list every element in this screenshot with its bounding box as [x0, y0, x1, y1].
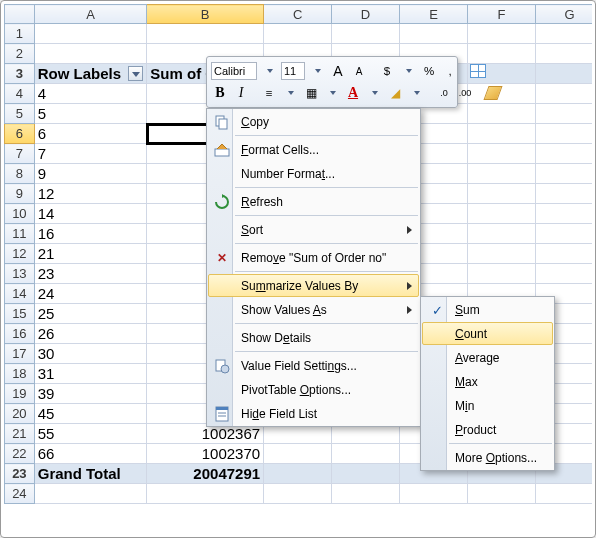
- align-center-icon[interactable]: ≡: [260, 83, 278, 103]
- menu-summarize-values-by[interactable]: Summarize Values By: [208, 274, 419, 297]
- row-header[interactable]: 24: [5, 484, 35, 504]
- pivot-value-cell[interactable]: 1002370: [147, 444, 264, 464]
- col-header-f[interactable]: F: [468, 5, 536, 24]
- font-size-dropdown-icon[interactable]: [308, 61, 326, 81]
- pivot-row-label[interactable]: 5: [34, 104, 147, 124]
- font-size-input[interactable]: [281, 62, 305, 80]
- percent-button[interactable]: %: [420, 61, 438, 81]
- grand-total-value[interactable]: 20047291: [147, 464, 264, 484]
- increase-decimal-button[interactable]: .0: [435, 83, 453, 103]
- pivot-row-label[interactable]: 14: [34, 204, 147, 224]
- menu-format-cells[interactable]: Format Cells...: [208, 138, 419, 161]
- row-header[interactable]: 12: [5, 244, 35, 264]
- row-header[interactable]: 9: [5, 184, 35, 204]
- row-header[interactable]: 19: [5, 384, 35, 404]
- row-header[interactable]: 2: [5, 44, 35, 64]
- font-name-input[interactable]: [211, 62, 257, 80]
- select-all-corner[interactable]: [5, 5, 35, 24]
- pivot-row-label[interactable]: 12: [34, 184, 147, 204]
- currency-button[interactable]: $: [378, 61, 396, 81]
- row-header[interactable]: 3: [5, 64, 35, 84]
- submenu-average[interactable]: Average: [422, 346, 553, 369]
- col-header-b[interactable]: B: [147, 5, 264, 24]
- pivot-row-label[interactable]: 21: [34, 244, 147, 264]
- pivot-row-label[interactable]: 24: [34, 284, 147, 304]
- fill-color-dropdown-icon[interactable]: [407, 83, 425, 103]
- menu-sort[interactable]: Sort: [208, 218, 419, 241]
- format-painter-icon[interactable]: [484, 83, 502, 103]
- pivot-row-label[interactable]: 23: [34, 264, 147, 284]
- row-header[interactable]: 1: [5, 24, 35, 44]
- menu-show-values-as[interactable]: Show Values As: [208, 298, 419, 321]
- shrink-font-button[interactable]: A: [350, 61, 368, 81]
- pivot-row-label[interactable]: 39: [34, 384, 147, 404]
- borders-icon[interactable]: ▦: [302, 83, 320, 103]
- pivot-row-labels-header[interactable]: Row Labels: [34, 64, 147, 84]
- pivot-row-label[interactable]: 25: [34, 304, 147, 324]
- menu-copy[interactable]: CCopyopy: [208, 110, 419, 133]
- col-header-e[interactable]: E: [400, 5, 468, 24]
- pivot-row-label[interactable]: 26: [34, 324, 147, 344]
- row-header[interactable]: 23: [5, 464, 35, 484]
- pivot-row-label[interactable]: 7: [34, 144, 147, 164]
- grow-font-button[interactable]: A: [329, 61, 347, 81]
- fill-color-icon[interactable]: ◢: [386, 83, 404, 103]
- submenu-count[interactable]: Count: [422, 322, 553, 345]
- pivot-row-label[interactable]: 31: [34, 364, 147, 384]
- submenu-product[interactable]: Product: [422, 418, 553, 441]
- row-header[interactable]: 7: [5, 144, 35, 164]
- pivot-row-label[interactable]: 4: [34, 84, 147, 104]
- font-name-dropdown-icon[interactable]: [260, 61, 278, 81]
- col-header-d[interactable]: D: [332, 5, 400, 24]
- comma-style-button[interactable]: ,: [441, 61, 459, 81]
- submenu-sum[interactable]: ✓ Sum: [422, 298, 553, 321]
- pivot-row-label[interactable]: 6: [34, 124, 147, 144]
- row-header[interactable]: 20: [5, 404, 35, 424]
- col-header-c[interactable]: C: [264, 5, 332, 24]
- row-header[interactable]: 16: [5, 324, 35, 344]
- row-header[interactable]: 10: [5, 204, 35, 224]
- pivot-row-label[interactable]: 66: [34, 444, 147, 464]
- bold-button[interactable]: B: [211, 83, 229, 103]
- row-header[interactable]: 17: [5, 344, 35, 364]
- italic-button[interactable]: I: [232, 83, 250, 103]
- row-header[interactable]: 8: [5, 164, 35, 184]
- menu-remove-field[interactable]: ✕ Remove "Sum of Order no": [208, 246, 419, 269]
- menu-hide-field-list[interactable]: Hide Field List: [208, 402, 419, 425]
- grand-total-label[interactable]: Grand Total: [34, 464, 147, 484]
- row-header[interactable]: 13: [5, 264, 35, 284]
- filter-dropdown-icon[interactable]: [128, 66, 143, 81]
- col-header-a[interactable]: A: [34, 5, 147, 24]
- font-color-button[interactable]: A: [344, 83, 362, 103]
- menu-label: Sort: [241, 223, 263, 237]
- submenu-more-options[interactable]: More Options...: [422, 446, 553, 469]
- submenu-min[interactable]: Min: [422, 394, 553, 417]
- menu-pivottable-options[interactable]: PivotTable Options...: [208, 378, 419, 401]
- row-header[interactable]: 6: [5, 124, 35, 144]
- font-color-dropdown-icon[interactable]: [365, 83, 383, 103]
- row-header[interactable]: 22: [5, 444, 35, 464]
- row-header[interactable]: 5: [5, 104, 35, 124]
- row-header[interactable]: 21: [5, 424, 35, 444]
- cells-icon[interactable]: [469, 61, 487, 81]
- currency-dropdown-icon[interactable]: [399, 61, 417, 81]
- row-header[interactable]: 18: [5, 364, 35, 384]
- col-header-g[interactable]: G: [535, 5, 592, 24]
- submenu-max[interactable]: Max: [422, 370, 553, 393]
- pivot-row-label[interactable]: 16: [34, 224, 147, 244]
- borders-dropdown-icon[interactable]: [323, 83, 341, 103]
- menu-show-details[interactable]: Show Details: [208, 326, 419, 349]
- menu-refresh[interactable]: Refresh: [208, 190, 419, 213]
- row-header[interactable]: 14: [5, 284, 35, 304]
- align-dropdown-icon[interactable]: [281, 83, 299, 103]
- pivot-row-label[interactable]: 45: [34, 404, 147, 424]
- decrease-decimal-button[interactable]: .00: [456, 83, 474, 103]
- menu-value-field-settings[interactable]: Value Field Settings...: [208, 354, 419, 377]
- pivot-row-label[interactable]: 55: [34, 424, 147, 444]
- pivot-row-label[interactable]: 30: [34, 344, 147, 364]
- row-header[interactable]: 11: [5, 224, 35, 244]
- row-header[interactable]: 4: [5, 84, 35, 104]
- menu-number-format[interactable]: Number Format...: [208, 162, 419, 185]
- row-header[interactable]: 15: [5, 304, 35, 324]
- pivot-row-label[interactable]: 9: [34, 164, 147, 184]
